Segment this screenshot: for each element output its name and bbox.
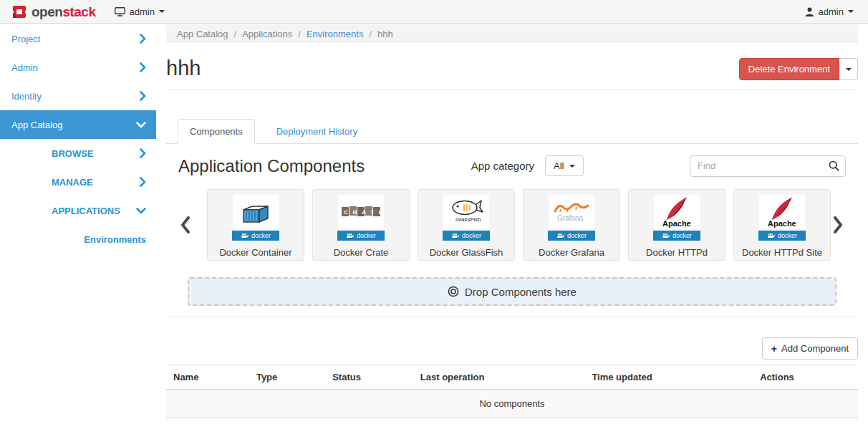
components-section-header: Application Components App category All bbox=[178, 155, 846, 177]
sidebar-nav: Project Admin Identity App Catalog BROWS… bbox=[0, 24, 156, 424]
sidebar-item-manage[interactable]: MANAGE bbox=[0, 168, 156, 196]
app-window: openstack admin admin Project bbox=[0, 0, 868, 424]
sidebar-item-label: MANAGE bbox=[52, 177, 93, 188]
docker-httpd-site-logo: Apache bbox=[759, 195, 805, 229]
chevron-right-icon bbox=[139, 91, 146, 101]
section-divider bbox=[166, 317, 858, 317]
page-header: hhh Delete Environment bbox=[166, 57, 858, 80]
docker-ribbon-label: docker bbox=[462, 232, 481, 239]
tab-deployment-history[interactable]: Deployment History bbox=[265, 120, 369, 143]
caret-down-icon bbox=[159, 10, 165, 13]
caret-down-icon bbox=[846, 68, 852, 71]
domain-switcher-label: admin bbox=[130, 6, 155, 17]
column-header-type: Type bbox=[249, 365, 325, 390]
sidebar-item-label: BROWSE bbox=[52, 148, 94, 159]
chevron-right-icon bbox=[139, 62, 146, 72]
breadcrumb-applications: Applications bbox=[242, 29, 292, 39]
app-card-docker-crate[interactable]: CRATE docker Docker Crate bbox=[312, 189, 410, 261]
docker-ribbon-label: docker bbox=[672, 232, 692, 239]
docker-ribbon-label: docker bbox=[567, 232, 587, 239]
breadcrumb-current: hhh bbox=[377, 29, 393, 39]
chevron-right-icon bbox=[139, 177, 146, 187]
search-icon[interactable] bbox=[829, 160, 839, 174]
app-card-label: Docker HTTPd Site bbox=[742, 247, 822, 258]
tab-components[interactable]: Components bbox=[178, 119, 255, 144]
table-empty-row: No components bbox=[166, 390, 858, 418]
delete-environment-button[interactable]: Delete Environment bbox=[739, 58, 839, 80]
breadcrumb-app-catalog: App Catalog bbox=[177, 29, 228, 39]
sidebar-item-applications[interactable]: APPLICATIONS bbox=[0, 196, 156, 225]
svg-text:CRATE: CRATE bbox=[344, 209, 382, 216]
app-card-docker-container[interactable]: docker Docker Container bbox=[207, 189, 304, 261]
add-component-button[interactable]: + Add Component bbox=[762, 337, 858, 360]
docker-grafana-logo: Grafana bbox=[549, 195, 594, 229]
components-table: Name Type Status Last operation Time upd… bbox=[166, 365, 858, 418]
sidebar-item-label: APPLICATIONS bbox=[52, 206, 120, 216]
sidebar-item-label: Admin bbox=[11, 62, 38, 73]
docker-whale-icon bbox=[451, 233, 460, 239]
user-menu-label: admin bbox=[819, 6, 844, 17]
breadcrumb-environments-link[interactable]: Environments bbox=[307, 29, 363, 39]
docker-container-logo bbox=[233, 195, 279, 229]
chevron-right-icon bbox=[139, 148, 146, 158]
docker-whale-icon bbox=[767, 233, 776, 239]
main-content: App Catalog / Applications / Environment… bbox=[166, 24, 858, 418]
breadcrumb-separator: / bbox=[234, 29, 237, 39]
search-box bbox=[690, 155, 846, 177]
header-divider bbox=[166, 89, 858, 90]
sidebar-item-project[interactable]: Project bbox=[0, 24, 156, 53]
carousel-next-button[interactable] bbox=[831, 216, 844, 233]
sidebar-item-label: App Catalog bbox=[11, 120, 63, 130]
app-card-docker-grafana[interactable]: Grafana docker Docker Grafana bbox=[523, 189, 620, 261]
bullseye-icon bbox=[448, 286, 459, 297]
sidebar-item-app-catalog[interactable]: App Catalog bbox=[0, 110, 156, 139]
category-dropdown[interactable]: All bbox=[545, 155, 583, 176]
empty-message: No components bbox=[166, 390, 858, 418]
brand-text: openstack bbox=[32, 5, 96, 19]
delete-environment-dropdown-toggle[interactable] bbox=[839, 58, 858, 80]
app-card-label: Docker HTTPd bbox=[646, 247, 708, 258]
user-icon bbox=[805, 7, 814, 16]
user-menu[interactable]: admin bbox=[805, 6, 854, 17]
chevron-right-icon bbox=[833, 216, 843, 233]
app-card-label: Docker Grafana bbox=[539, 247, 604, 258]
category-value: All bbox=[554, 160, 564, 171]
docker-ribbon-label: docker bbox=[357, 232, 376, 239]
app-card-label: Docker Container bbox=[219, 247, 291, 258]
column-header-last-operation: Last operation bbox=[413, 365, 585, 390]
sidebar-item-label: Identity bbox=[11, 91, 42, 102]
sidebar-item-browse[interactable]: BROWSE bbox=[0, 139, 156, 168]
caret-down-icon bbox=[848, 10, 854, 13]
svg-text:GlassFish: GlassFish bbox=[455, 216, 481, 223]
carousel-prev-button[interactable] bbox=[178, 216, 192, 233]
column-header-status: Status bbox=[325, 365, 413, 390]
breadcrumb-separator: / bbox=[369, 29, 372, 39]
docker-whale-icon bbox=[662, 233, 670, 239]
table-header-row: Name Type Status Last operation Time upd… bbox=[166, 365, 858, 390]
table-actions-row: + Add Component bbox=[166, 337, 858, 360]
breadcrumb: App Catalog / Applications / Environment… bbox=[166, 24, 858, 43]
docker-whale-icon bbox=[556, 233, 565, 239]
sidebar-item-environments[interactable]: Environments bbox=[0, 225, 156, 254]
dropzone-text: Drop Components here bbox=[465, 286, 577, 298]
column-header-actions: Actions bbox=[753, 365, 858, 390]
docker-ribbon: docker bbox=[337, 231, 385, 241]
svg-text:Grafana: Grafana bbox=[557, 214, 584, 222]
search-input[interactable] bbox=[690, 155, 846, 177]
docker-ribbon: docker bbox=[232, 231, 279, 241]
sidebar-item-admin[interactable]: Admin bbox=[0, 53, 156, 82]
app-card-docker-httpd[interactable]: Apache docker Docker HTTPd bbox=[628, 189, 725, 261]
drop-components-zone[interactable]: Drop Components here bbox=[188, 277, 836, 306]
sidebar-item-identity[interactable]: Identity bbox=[0, 82, 156, 110]
docker-ribbon: docker bbox=[548, 231, 595, 241]
app-card-docker-httpd-site[interactable]: Apache docker Docker HTTPd Site bbox=[733, 189, 831, 261]
column-header-name: Name bbox=[166, 365, 249, 390]
chevron-right-icon bbox=[139, 34, 146, 44]
category-filter-group: App category All bbox=[471, 155, 584, 176]
tab-strip: Components Deployment History bbox=[166, 119, 858, 144]
domain-switcher-menu[interactable]: admin bbox=[115, 6, 165, 17]
docker-ribbon-label: docker bbox=[251, 232, 271, 239]
breadcrumb-separator: / bbox=[298, 29, 301, 39]
app-card-docker-glassfish[interactable]: GlassFish docker Docker GlassFish bbox=[418, 189, 515, 261]
docker-crate-logo: CRATE bbox=[338, 195, 384, 229]
